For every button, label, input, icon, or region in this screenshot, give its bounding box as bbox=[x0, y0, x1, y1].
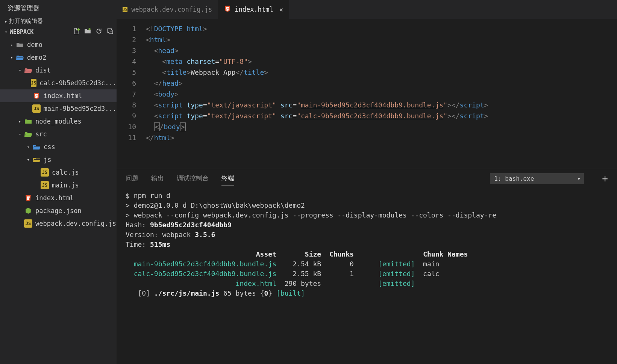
folder-icon bbox=[16, 53, 24, 62]
folder-icon bbox=[32, 156, 41, 164]
tree-item[interactable]: JSwebpack.dev.config.js bbox=[0, 217, 117, 230]
html-icon bbox=[32, 92, 41, 100]
workspace-actions bbox=[73, 28, 114, 36]
html-icon bbox=[224, 5, 231, 14]
chevron-icon: ▸ bbox=[9, 42, 14, 47]
close-icon[interactable]: × bbox=[279, 6, 283, 14]
folder-icon bbox=[24, 66, 32, 74]
bottom-panel: 问题输出调试控制台终端 1: bash.exe + $ npm run d> d… bbox=[117, 169, 617, 364]
tree-item[interactable]: JSmain-9b5ed95c2d3... bbox=[0, 102, 117, 115]
tree-item[interactable]: JSmain.js bbox=[0, 179, 117, 192]
code-content[interactable]: <!DOCTYPE html><html> <head> <meta chars… bbox=[143, 19, 617, 169]
tree-item-label: calc-9b5ed95c2d3c... bbox=[39, 79, 117, 87]
folder-icon bbox=[32, 143, 41, 151]
tree-item[interactable]: ▾css bbox=[0, 140, 117, 153]
open-editors-section[interactable]: ▸ 打开的编辑器 bbox=[0, 16, 117, 26]
tree-item-label: index.html bbox=[35, 194, 74, 202]
tree-item[interactable]: ▸demo bbox=[0, 38, 117, 51]
tree-item[interactable]: ▾demo2 bbox=[0, 51, 117, 64]
tree-item-label: webpack.dev.config.js bbox=[35, 220, 116, 227]
tree-item-label: css bbox=[44, 143, 55, 151]
line-gutter: 1234567891011 bbox=[117, 19, 143, 169]
js-icon: JS bbox=[41, 181, 49, 189]
tree-item-label: js bbox=[44, 156, 51, 163]
js-icon: JS bbox=[32, 104, 41, 113]
tree-item-label: package.json bbox=[35, 207, 82, 214]
explorer-sidebar: 资源管理器 ▸ 打开的编辑器 ▾ WEBPACK ▸demo▾demo2▾dis… bbox=[0, 0, 117, 364]
tree-item[interactable]: ▾dist bbox=[0, 64, 117, 77]
chevron-icon: ▾ bbox=[26, 157, 31, 162]
tree-item-label: main-9b5ed95c2d3... bbox=[44, 105, 117, 112]
chevron-right-icon: ▸ bbox=[3, 19, 9, 24]
tree-item-label: index.html bbox=[44, 92, 82, 100]
panel-tab[interactable]: 问题 bbox=[126, 171, 138, 186]
editor-tabs: JSwebpack.dev.config.jsindex.html× bbox=[117, 0, 617, 19]
editor-tab[interactable]: index.html× bbox=[218, 0, 289, 19]
panel-tab[interactable]: 调试控制台 bbox=[177, 171, 209, 186]
editor-tab[interactable]: JSwebpack.dev.config.js bbox=[117, 0, 218, 19]
panel-tabs: 问题输出调试控制台终端 1: bash.exe + bbox=[117, 169, 617, 188]
chevron-icon: ▸ bbox=[17, 119, 23, 124]
tab-label: index.html bbox=[235, 6, 273, 13]
js-icon: JS bbox=[24, 219, 32, 228]
tree-item[interactable]: package.json bbox=[0, 204, 117, 217]
file-tree: ▸demo▾demo2▾distJScalc-9b5ed95c2d3c...in… bbox=[0, 38, 117, 231]
terminal-output[interactable]: $ npm run d> demo2@1.0.0 d D:\ghostWu\ba… bbox=[117, 188, 617, 364]
chevron-icon: ▾ bbox=[9, 55, 14, 60]
tree-item-label: node_modules bbox=[35, 118, 82, 125]
html-icon bbox=[24, 194, 32, 202]
tab-label: webpack.dev.config.js bbox=[131, 6, 212, 13]
json-icon bbox=[24, 207, 32, 215]
collapse-all-icon[interactable] bbox=[107, 28, 114, 36]
chevron-icon: ▾ bbox=[17, 132, 23, 137]
tree-item[interactable]: JScalc-9b5ed95c2d3c... bbox=[0, 77, 117, 89]
code-editor[interactable]: 1234567891011 <!DOCTYPE html><html> <hea… bbox=[117, 19, 617, 169]
workspace-section[interactable]: ▾ WEBPACK bbox=[0, 26, 117, 38]
new-file-icon[interactable] bbox=[73, 28, 80, 36]
tree-item[interactable]: JScalc.js bbox=[0, 166, 117, 179]
tree-item-label: calc.js bbox=[52, 169, 79, 176]
js-icon: JS bbox=[31, 79, 36, 87]
folder-icon bbox=[24, 117, 32, 125]
js-icon: JS bbox=[123, 7, 127, 12]
tree-item-label: demo bbox=[27, 41, 42, 48]
panel-tab[interactable]: 终端 bbox=[221, 171, 234, 186]
folder-icon bbox=[24, 130, 32, 138]
tree-item[interactable]: ▸node_modules bbox=[0, 115, 117, 128]
tree-item[interactable]: index.html bbox=[0, 192, 117, 204]
chevron-icon: ▾ bbox=[17, 68, 23, 73]
panel-tab[interactable]: 输出 bbox=[151, 171, 164, 186]
refresh-icon[interactable] bbox=[96, 28, 102, 36]
js-icon: JS bbox=[41, 168, 49, 177]
tree-item-label: src bbox=[35, 130, 47, 138]
tree-item-label: demo2 bbox=[27, 54, 46, 61]
chevron-icon: ▾ bbox=[26, 145, 31, 150]
tree-item[interactable]: index.html bbox=[0, 89, 117, 102]
chevron-down-icon: ▾ bbox=[3, 30, 9, 35]
folder-icon bbox=[16, 41, 24, 49]
main-area: JSwebpack.dev.config.jsindex.html× 12345… bbox=[117, 0, 617, 364]
tree-item-label: main.js bbox=[52, 181, 79, 189]
tree-item[interactable]: ▾js bbox=[0, 153, 117, 166]
explorer-title: 资源管理器 bbox=[0, 0, 117, 16]
new-folder-icon[interactable] bbox=[84, 28, 91, 36]
tree-item-label: dist bbox=[35, 66, 51, 74]
terminal-select[interactable]: 1: bash.exe bbox=[490, 173, 584, 184]
new-terminal-icon[interactable]: + bbox=[602, 173, 608, 184]
workspace-name: WEBPACK bbox=[10, 29, 33, 35]
open-editors-label: 打开的编辑器 bbox=[9, 18, 43, 25]
tree-item[interactable]: ▾src bbox=[0, 128, 117, 140]
